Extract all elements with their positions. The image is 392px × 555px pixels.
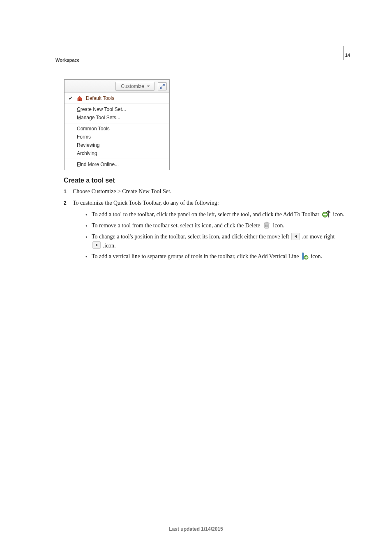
step-text: To customize the Quick Tools Toolbar, do… xyxy=(73,199,350,263)
menu-item-label: Manage Tool Sets... xyxy=(77,115,165,120)
delete-trash-icon xyxy=(263,222,271,229)
text: To add a tool to the toolbar, click the … xyxy=(92,211,321,217)
last-updated-footer: Last updated 1/14/2015 xyxy=(0,526,392,532)
menu-item-label: Reviewing xyxy=(77,142,165,148)
section-header: Workspace xyxy=(55,58,80,62)
step-number: 1 xyxy=(64,187,73,195)
text: To remove a tool from the toolbar set, s… xyxy=(92,222,262,229)
step-text: Choose Customize > Create New Tool Set. xyxy=(73,187,350,196)
text: .icon. xyxy=(103,243,116,249)
page-number-rule xyxy=(344,46,344,60)
move-left-icon xyxy=(291,233,300,240)
menu-group-3: Common Tools Forms Reviewing Archiving xyxy=(65,123,169,159)
menu-group-4: Find More Online... xyxy=(65,159,169,170)
menu-item-manage-tool-sets[interactable]: Manage Tool Sets... xyxy=(65,113,169,122)
page-number: 14 xyxy=(345,53,350,58)
text: To change a tool's position in the toolb… xyxy=(92,234,291,240)
menu-item-label: Default Tools xyxy=(86,95,165,101)
article-body: Create a tool set 1 Choose Customize > C… xyxy=(64,177,350,266)
bullet-vertical-line: • To add a vertical line to separate gro… xyxy=(73,252,350,261)
bullet-icon: • xyxy=(85,221,88,230)
menu-item-common-tools[interactable]: Common Tools xyxy=(65,125,169,133)
step-2: 2 To customize the Quick Tools Toolbar, … xyxy=(64,199,350,263)
svg-rect-0 xyxy=(79,99,81,101)
move-right-icon xyxy=(92,241,101,249)
svg-rect-4 xyxy=(266,222,267,223)
menu-topbar: Customize xyxy=(65,80,169,93)
menu-group-2: Create New Tool Set... Manage Tool Sets.… xyxy=(65,104,169,123)
text: To add a vertical line to separate group… xyxy=(92,253,300,259)
menu-item-label: Forms xyxy=(77,134,165,140)
check-icon: ✔ xyxy=(68,95,74,101)
bullet-icon: • xyxy=(85,252,88,261)
customize-menu-figure: Customize ✔ Default Tools Create New Too… xyxy=(64,79,170,170)
add-vertical-line-icon xyxy=(301,252,309,260)
text: icon. xyxy=(333,211,344,217)
menu-item-label: Common Tools xyxy=(77,126,165,132)
step-2-intro: To customize the Quick Tools Toolbar, do… xyxy=(73,200,219,206)
menu-item-reviewing[interactable]: Reviewing xyxy=(65,141,169,149)
menu-item-default-tools[interactable]: ✔ Default Tools xyxy=(65,94,169,102)
bullet-add-tool: • To add a tool to the toolbar, click th… xyxy=(73,210,350,219)
customize-button[interactable]: Customize xyxy=(115,82,154,91)
heading-create-tool-set: Create a tool set xyxy=(64,177,350,184)
menu-item-label: Find More Online... xyxy=(77,162,165,167)
add-to-toolbar-icon xyxy=(322,210,331,218)
bullet-text: To add a tool to the toolbar, click the … xyxy=(92,210,350,219)
caret-down-icon xyxy=(147,86,150,87)
text: icon. xyxy=(311,253,322,259)
customize-button-label: Customize xyxy=(121,83,144,89)
bullet-icon: • xyxy=(85,232,88,241)
bullet-icon: • xyxy=(85,210,88,219)
bullet-remove-tool: • To remove a tool from the toolbar set,… xyxy=(73,221,350,230)
svg-rect-5 xyxy=(302,253,303,259)
step-1: 1 Choose Customize > Create New Tool Set… xyxy=(64,187,350,196)
text: .or move right xyxy=(302,234,335,240)
menu-item-forms[interactable]: Forms xyxy=(65,133,169,141)
menu-item-find-more-online[interactable]: Find More Online... xyxy=(65,160,169,169)
menu-group-1: ✔ Default Tools xyxy=(65,93,169,104)
step-number: 2 xyxy=(64,199,73,207)
bullet-text: To change a tool's position in the toolb… xyxy=(92,232,350,250)
home-icon xyxy=(77,95,83,101)
bullet-list: • To add a tool to the toolbar, click th… xyxy=(73,210,350,261)
menu-item-label: Archiving xyxy=(77,150,165,156)
expand-icon xyxy=(160,84,165,89)
bullet-text: To remove a tool from the toolbar set, s… xyxy=(92,221,350,230)
menu-item-create-new-tool-set[interactable]: Create New Tool Set... xyxy=(65,105,169,113)
menu-item-archiving[interactable]: Archiving xyxy=(65,149,169,157)
menu-item-label: Create New Tool Set... xyxy=(77,106,165,112)
text: icon. xyxy=(273,222,284,229)
expand-panel-button[interactable] xyxy=(158,82,167,90)
bullet-text: To add a vertical line to separate group… xyxy=(92,252,350,261)
bullet-move-tool: • To change a tool's position in the too… xyxy=(73,232,350,250)
